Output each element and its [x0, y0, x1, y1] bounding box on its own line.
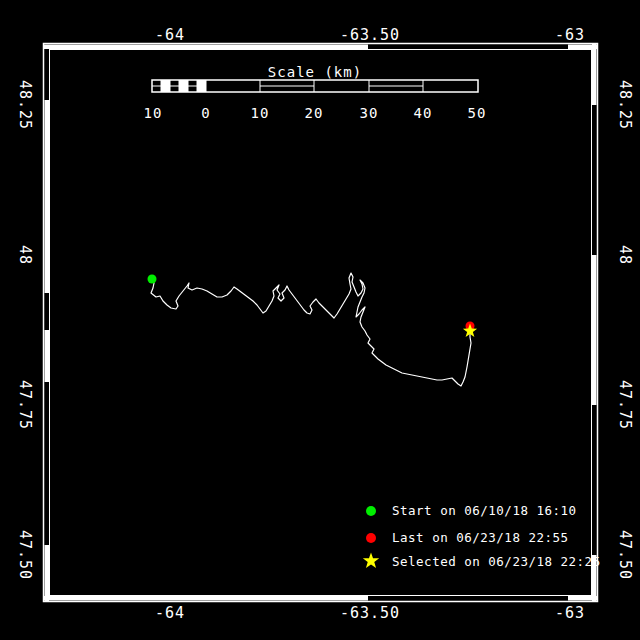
frame-band-right — [592, 255, 597, 405]
scale-tick-1: 0 — [201, 105, 210, 121]
frame-band-top — [44, 45, 368, 50]
scale-bar-boxes — [152, 80, 478, 92]
frame-band-left — [45, 100, 50, 293]
axis-label-right-lat1: 48.25 — [616, 80, 634, 130]
legend-last-label: Last on 06/23/18 22:55 — [392, 530, 569, 545]
scale-tick-6: 50 — [468, 105, 487, 121]
legend-selected-label: Selected on 06/23/18 22:25 — [392, 554, 601, 569]
map-viewport: -64 -63.50 -63 -64 -63.50 -63 48.25 48 4… — [0, 0, 640, 640]
axis-label-top-lon2: -63.50 — [340, 26, 400, 44]
map-plot: -64 -63.50 -63 -64 -63.50 -63 48.25 48 4… — [0, 0, 640, 640]
axis-label-bottom-lon2: -63.50 — [340, 604, 400, 622]
legend-selected-star-icon — [363, 552, 379, 568]
axis-label-right-lat4: 47.50 — [616, 530, 634, 580]
legend: Start on 06/10/18 16:10 Last on 06/23/18… — [363, 503, 601, 569]
axis-label-left-lat2: 48 — [16, 245, 34, 265]
scale-bar-solid-box — [179, 80, 188, 92]
start-marker[interactable] — [148, 275, 157, 284]
scale-tick-5: 40 — [414, 105, 433, 121]
axis-label-right-lat3: 47.75 — [616, 380, 634, 430]
scale-bar: Scale (km) 10 0 10 20 30 40 50 — [144, 64, 487, 121]
scale-bar-title: Scale (km) — [268, 64, 362, 80]
scale-bar-solid-box — [197, 80, 206, 92]
frame-band-right — [592, 44, 597, 105]
track-path[interactable] — [151, 273, 471, 386]
legend-last-icon — [366, 533, 376, 543]
axis-label-right-lat2: 48 — [616, 245, 634, 265]
frame-band-bottom — [44, 596, 368, 601]
legend-start-label: Start on 06/10/18 16:10 — [392, 503, 577, 518]
frame-band-left — [45, 545, 50, 601]
frame-band-left — [45, 330, 50, 382]
axis-label-top-lon1: -64 — [155, 26, 185, 44]
scale-tick-0: 10 — [144, 105, 163, 121]
axis-label-left-lat3: 47.75 — [16, 380, 34, 430]
scale-tick-4: 30 — [360, 105, 379, 121]
axis-label-left-lat4: 47.50 — [16, 530, 34, 580]
scale-tick-3: 20 — [305, 105, 324, 121]
legend-start-icon — [366, 506, 376, 516]
axis-label-bottom-lon3: -63 — [555, 604, 585, 622]
scale-tick-2: 10 — [251, 105, 270, 121]
axis-label-bottom-lon1: -64 — [155, 604, 185, 622]
scale-bar-solid-box — [161, 80, 170, 92]
axis-label-left-lat1: 48.25 — [16, 80, 34, 130]
axis-label-top-lon3: -63 — [555, 26, 585, 44]
